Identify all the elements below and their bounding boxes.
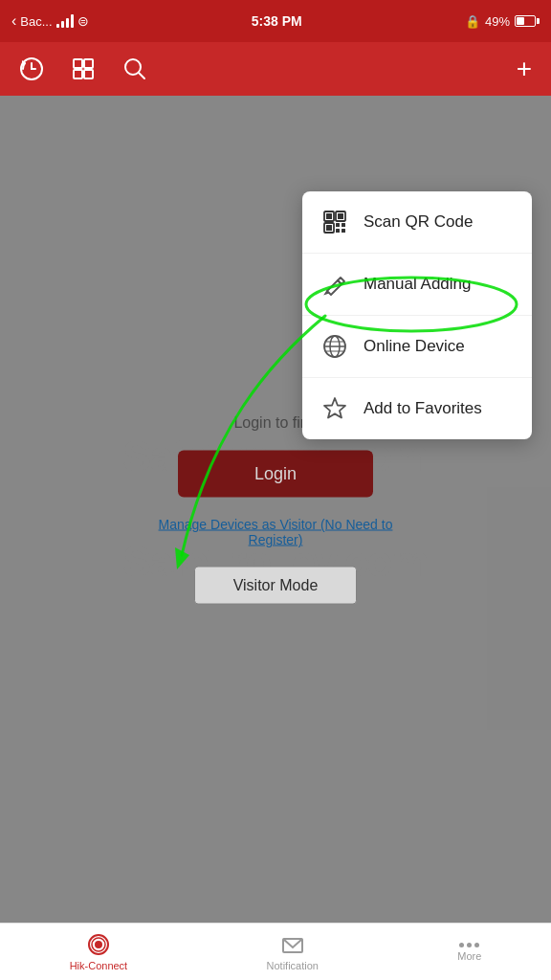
nav-item-notification[interactable]: Notification — [267, 932, 319, 971]
add-button[interactable]: + — [517, 54, 532, 84]
back-icon: ‹ — [11, 12, 16, 30]
status-right: 🔒 49% — [465, 14, 540, 29]
status-left: ‹ Bac... ⊜ — [11, 12, 89, 30]
pencil-icon — [321, 271, 348, 298]
nav-label-hik-connect: Hik-Connect — [70, 960, 128, 971]
nav-item-hik-connect[interactable]: Hik-Connect — [70, 932, 128, 971]
more-icon — [459, 943, 479, 947]
battery-pct: 49% — [485, 14, 510, 29]
svg-line-7 — [139, 73, 144, 78]
hik-connect-icon — [86, 932, 111, 957]
svg-rect-11 — [338, 213, 343, 219]
dropdown-menu: Scan QR Code Manual Adding — [302, 191, 532, 439]
status-time: 5:38 PM — [252, 13, 302, 29]
svg-rect-17 — [342, 229, 345, 233]
history-icon[interactable] — [19, 56, 44, 81]
notification-icon — [280, 932, 305, 957]
add-favorites-label: Add to Favorites — [364, 399, 482, 418]
battery-icon — [515, 15, 540, 27]
online-device-label: Online Device — [364, 337, 465, 356]
nav-item-more[interactable]: More — [457, 943, 481, 962]
search-icon[interactable] — [122, 56, 147, 81]
menu-item-manual-adding[interactable]: Manual Adding — [302, 254, 532, 316]
menu-item-scan-qr[interactable]: Scan QR Code — [302, 191, 532, 254]
svg-rect-15 — [342, 223, 345, 227]
svg-rect-2 — [74, 59, 82, 68]
nav-label-more: More — [457, 950, 481, 962]
nav-label-notification: Notification — [267, 960, 319, 971]
toolbar-left — [19, 56, 147, 81]
toolbar: + — [0, 42, 551, 96]
svg-rect-13 — [326, 225, 332, 231]
menu-item-add-favorites[interactable]: Add to Favorites — [302, 378, 532, 439]
svg-rect-4 — [74, 70, 82, 78]
svg-rect-5 — [84, 70, 93, 78]
svg-marker-23 — [324, 398, 345, 418]
lock-icon: 🔒 — [465, 14, 480, 29]
manual-adding-label: Manual Adding — [364, 275, 471, 294]
bottom-nav: Hik-Connect Notification More — [0, 923, 551, 980]
svg-rect-3 — [84, 59, 93, 68]
svg-point-27 — [95, 941, 102, 948]
menu-item-online-device[interactable]: Online Device — [302, 316, 532, 378]
star-icon — [321, 395, 348, 422]
wifi-icon: ⊜ — [77, 13, 89, 29]
signal-icon — [56, 14, 74, 28]
main-content: SafeTrolley.com SafeTrolley.com Login to… — [0, 96, 551, 923]
qr-icon — [321, 209, 348, 235]
scan-qr-label: Scan QR Code — [364, 212, 473, 232]
globe-icon — [321, 333, 348, 360]
status-bar: ‹ Bac... ⊜ 5:38 PM 🔒 49% — [0, 0, 551, 42]
svg-rect-9 — [326, 213, 332, 219]
status-title: Bac... — [20, 14, 52, 29]
svg-rect-16 — [336, 229, 340, 233]
svg-rect-14 — [336, 223, 340, 227]
grid-icon[interactable] — [71, 56, 96, 81]
